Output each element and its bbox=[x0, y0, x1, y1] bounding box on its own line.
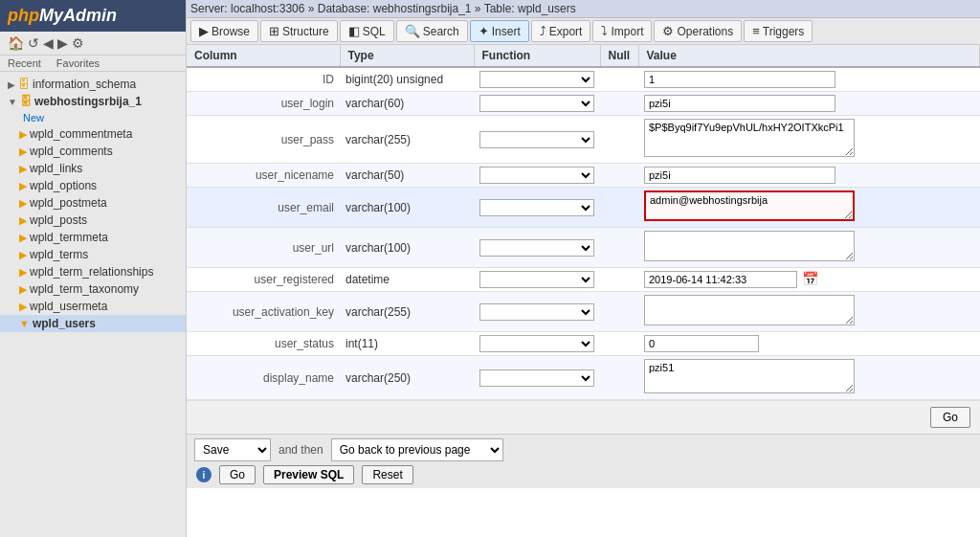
value-input-user-nicename[interactable] bbox=[644, 167, 835, 184]
table-row: user_pass varchar(255) $P$Byq9if7Yu9epVh… bbox=[187, 116, 980, 164]
table-name: wpld_usermeta bbox=[30, 300, 107, 313]
table-name: wpld_options bbox=[30, 179, 97, 192]
field-type-user-pass: varchar(255) bbox=[340, 116, 474, 164]
table-wpld-options[interactable]: ▶ wpld_options bbox=[0, 177, 186, 194]
value-textarea-display-name[interactable]: pzi51 bbox=[644, 359, 855, 393]
field-null-user-status bbox=[600, 332, 638, 356]
bottom-toolbar: Save and then Go back to previous page i… bbox=[187, 434, 980, 488]
function-select-user-status[interactable] bbox=[479, 335, 594, 352]
table-name: wpld_term_taxonomy bbox=[30, 282, 139, 296]
home-icon[interactable]: 🏠 bbox=[8, 35, 24, 51]
db-item-webhostingsrbija[interactable]: ▼ 🗄 webhostingsrbija_1 bbox=[0, 93, 186, 110]
table-wpld-users[interactable]: ▼ wpld_users bbox=[0, 315, 186, 332]
refresh-icon[interactable]: ↺ bbox=[28, 35, 39, 51]
function-select-user-registered[interactable] bbox=[479, 271, 594, 288]
new-table-link[interactable]: New bbox=[0, 110, 186, 125]
save-row: Save and then Go back to previous page bbox=[194, 438, 972, 461]
function-select-user-url[interactable] bbox=[479, 239, 594, 257]
field-null-user-nicename bbox=[600, 164, 638, 188]
recent-link[interactable]: Recent bbox=[0, 56, 49, 71]
insert-label: Insert bbox=[492, 25, 521, 38]
value-textarea-user-activation-key[interactable] bbox=[644, 295, 855, 325]
table-wpld-term-taxonomy[interactable]: ▶ wpld_term_taxonomy bbox=[0, 280, 186, 298]
search-icon: 🔍 bbox=[405, 24, 420, 38]
table-row: user_nicename varchar(50) bbox=[187, 164, 980, 188]
field-name-display-name: display_name bbox=[187, 356, 340, 400]
structure-label: Structure bbox=[282, 25, 329, 38]
field-name-user-email: user_email bbox=[187, 188, 340, 228]
table-icon: ▶ bbox=[19, 214, 27, 227]
table-row: user_url varchar(100) bbox=[187, 228, 980, 268]
export-button[interactable]: ⤴Export bbox=[531, 20, 591, 42]
table-wpld-term-relationships[interactable]: ▶ wpld_term_relationships bbox=[0, 263, 186, 280]
triggers-label: Triggers bbox=[763, 25, 805, 38]
field-type-user-registered: datetime bbox=[340, 268, 474, 292]
go-button-main[interactable]: Go bbox=[930, 407, 970, 428]
structure-button[interactable]: ⊞Structure bbox=[260, 20, 338, 42]
function-select-user-pass[interactable] bbox=[479, 131, 594, 148]
table-wpld-terms[interactable]: ▶ wpld_terms bbox=[0, 246, 186, 263]
table-name: wpld_postmeta bbox=[30, 196, 107, 210]
function-select-user-activation-key[interactable] bbox=[479, 303, 594, 321]
table-icon: ▶ bbox=[19, 197, 27, 210]
col-header-column: Column bbox=[187, 45, 340, 67]
operations-button[interactable]: ⚙Operations bbox=[654, 20, 742, 42]
save-select[interactable]: Save bbox=[194, 438, 271, 461]
field-func-user-pass bbox=[474, 116, 600, 164]
function-select-user-login[interactable] bbox=[479, 95, 594, 112]
field-value-user-email: admin@webhostingsrbija bbox=[638, 188, 980, 228]
table-wpld-commentmeta[interactable]: ▶ wpld_commentmeta bbox=[0, 125, 186, 143]
table-icon: ▶ bbox=[19, 301, 27, 313]
db-item-information-schema[interactable]: ▶ 🗄 information_schema bbox=[0, 76, 186, 93]
sql-label: SQL bbox=[363, 25, 386, 38]
table-wpld-termmeta[interactable]: ▶ wpld_termmeta bbox=[0, 229, 186, 246]
triggers-icon: ≡ bbox=[752, 24, 760, 38]
value-textarea-user-email[interactable]: admin@webhostingsrbija bbox=[644, 190, 855, 221]
value-input-user-login[interactable] bbox=[644, 95, 835, 112]
sidebar-icons: 🏠 ↺ ◀ ▶ ⚙ bbox=[0, 32, 186, 56]
search-button[interactable]: 🔍Search bbox=[396, 20, 468, 42]
reset-button[interactable]: Reset bbox=[362, 465, 412, 484]
database-tree: ▶ 🗄 information_schema ▼ 🗄 webhostingsrb… bbox=[0, 72, 186, 537]
browse-button[interactable]: ▶Browse bbox=[190, 20, 258, 42]
triggers-button[interactable]: ≡Triggers bbox=[744, 20, 813, 42]
favorites-link[interactable]: Favorites bbox=[49, 56, 107, 71]
field-name-user-url: user_url bbox=[187, 228, 340, 268]
go-back-select[interactable]: Go back to previous page bbox=[331, 438, 503, 461]
function-select-user-nicename[interactable] bbox=[479, 167, 594, 184]
table-wpld-comments[interactable]: ▶ wpld_comments bbox=[0, 143, 186, 160]
value-input-user-registered[interactable] bbox=[644, 271, 797, 288]
table-wpld-links[interactable]: ▶ wpld_links bbox=[0, 160, 186, 177]
table-wpld-posts[interactable]: ▶ wpld_posts bbox=[0, 212, 186, 229]
back-icon[interactable]: ◀ bbox=[43, 35, 54, 51]
table-icon: ▶ bbox=[19, 163, 27, 175]
table-icon: ▼ bbox=[19, 318, 30, 329]
value-textarea-user-pass[interactable]: $P$Byq9if7Yu9epVhUL/hxHY2OITXkcPi1 bbox=[644, 119, 855, 157]
table-wpld-usermeta[interactable]: ▶ wpld_usermeta bbox=[0, 298, 186, 315]
function-select-display-name[interactable] bbox=[479, 369, 594, 387]
insert-button[interactable]: ✦Insert bbox=[470, 20, 529, 42]
calendar-icon[interactable]: 📅 bbox=[802, 271, 818, 286]
function-select-id[interactable] bbox=[479, 71, 594, 88]
db-name: webhostingsrbija_1 bbox=[34, 95, 142, 108]
operations-icon: ⚙ bbox=[662, 24, 674, 38]
table-wpld-postmeta[interactable]: ▶ wpld_postmeta bbox=[0, 194, 186, 212]
go-button-bottom[interactable]: Go bbox=[219, 465, 256, 484]
function-select-user-email[interactable] bbox=[479, 199, 594, 216]
preview-sql-button[interactable]: Preview SQL bbox=[263, 465, 354, 484]
value-textarea-user-url[interactable] bbox=[644, 231, 855, 261]
field-null-user-login bbox=[600, 92, 638, 116]
value-input-user-status[interactable] bbox=[644, 335, 759, 352]
forward-icon[interactable]: ▶ bbox=[57, 35, 68, 51]
field-value-user-nicename bbox=[638, 164, 980, 188]
value-input-id[interactable] bbox=[644, 71, 835, 88]
settings-icon[interactable]: ⚙ bbox=[72, 35, 84, 51]
search-label: Search bbox=[423, 25, 459, 38]
expand-icon: ▶ bbox=[8, 79, 15, 90]
import-button[interactable]: ⤵Import bbox=[592, 20, 652, 42]
table-name: wpld_termmeta bbox=[30, 231, 108, 244]
info-icon[interactable]: i bbox=[196, 467, 212, 482]
sql-button[interactable]: ◧SQL bbox=[340, 20, 394, 42]
browse-icon: ▶ bbox=[199, 24, 209, 38]
table-icon: ▶ bbox=[19, 145, 27, 158]
